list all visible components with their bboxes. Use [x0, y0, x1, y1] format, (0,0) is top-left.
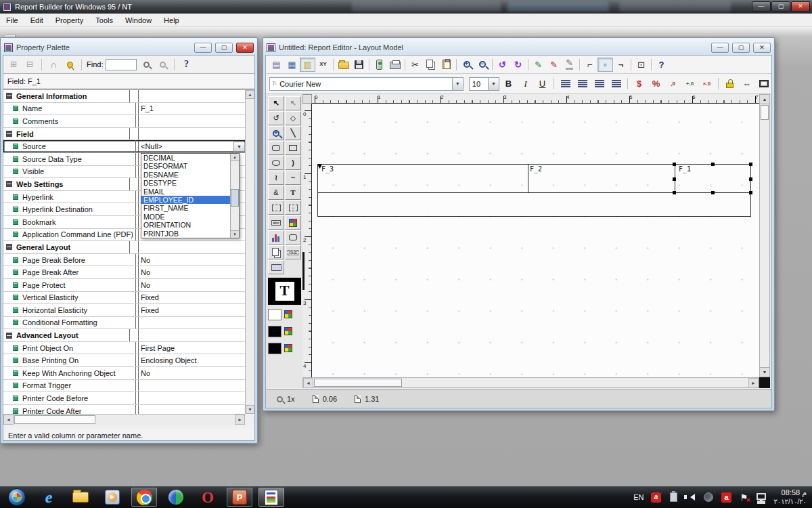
insert-date-time-button[interactable]: ↺ — [495, 58, 510, 72]
fill-color-swatch[interactable] — [268, 307, 301, 322]
section-row-field[interactable]: Field — [3, 128, 245, 141]
report-editor-titlebar[interactable]: Untitled: Report Editor - Layout Model —… — [265, 40, 772, 55]
scroll-down-arrow[interactable]: ▼ — [246, 405, 254, 414]
link-file-tool-button[interactable] — [268, 245, 284, 259]
repeating-frame-tool-button[interactable]: ↓ — [285, 200, 301, 215]
field-tool-button[interactable]: abc — [268, 215, 284, 230]
text-tool-button[interactable]: T — [285, 186, 301, 200]
menu-edit[interactable]: Edit — [24, 14, 49, 26]
fill-color-button[interactable]: ✎ — [546, 58, 562, 72]
taskbar-item-sphere-app[interactable] — [163, 488, 189, 507]
tray-clipboard[interactable] — [668, 492, 679, 503]
scrollbar-thumb[interactable] — [14, 415, 95, 424]
data-model-view-button[interactable]: ▦ — [284, 58, 300, 72]
selection-handle[interactable] — [749, 177, 752, 181]
find-forward-button[interactable] — [139, 58, 153, 71]
resize-grip[interactable] — [759, 377, 770, 388]
pp-close-button[interactable]: ✕ — [236, 43, 254, 53]
image-tool-button[interactable] — [285, 215, 301, 230]
remove-decimal-button[interactable]: ×.0 — [699, 77, 715, 91]
scrollbar-thumb[interactable] — [761, 105, 769, 120]
align-left-button[interactable] — [558, 77, 573, 91]
scroll-right-arrow[interactable]: ► — [235, 415, 245, 425]
font-size-select[interactable]: 10 ▼ — [469, 77, 499, 91]
collapse-all-button[interactable]: ⊟ — [23, 58, 37, 71]
dropdown-item-desname[interactable]: DESNAME — [141, 171, 230, 179]
ole2-tool-button[interactable]: OLE — [285, 245, 301, 259]
property-row-page-break-before[interactable]: Page Break BeforeNo — [3, 254, 245, 267]
tray-network[interactable] — [756, 492, 767, 503]
help-button[interactable]: ? — [654, 58, 669, 72]
selection-handle[interactable] — [673, 163, 676, 166]
chart-tool-button[interactable] — [268, 230, 284, 245]
field-label-f-2[interactable]: F_2 — [530, 165, 542, 173]
open-button[interactable] — [336, 58, 351, 72]
copy-button[interactable] — [423, 58, 438, 72]
insert-page-number-button[interactable]: ↻ — [510, 58, 526, 72]
dropdown-item-mode[interactable]: MODE — [141, 213, 230, 221]
dropdown-item-printjob[interactable]: PRINTJOB — [141, 230, 230, 238]
scroll-down-arrow[interactable]: ▼ — [760, 367, 769, 377]
property-row-page-protect[interactable]: Page ProtectNo — [3, 279, 245, 292]
add-decimal-button[interactable]: +.0 — [682, 77, 698, 91]
section-row-advanced-layout[interactable]: Advanced Layout — [3, 329, 245, 342]
paste-button[interactable] — [438, 58, 454, 72]
select-tool-button[interactable]: ↖ — [268, 96, 284, 110]
bold-button[interactable]: B — [501, 77, 516, 91]
selection-handle[interactable] — [711, 191, 715, 194]
menu-help[interactable]: Help — [158, 14, 185, 26]
tray-avira[interactable]: a — [721, 492, 731, 503]
taskbar-item-windows-explorer[interactable] — [68, 488, 93, 507]
report-wizard-button[interactable]: ▤ — [269, 58, 284, 72]
taskbar-item-internet-explorer[interactable]: e — [36, 488, 62, 507]
property-row-source[interactable]: Source<Null>▼ — [3, 140, 245, 153]
scroll-left-arrow[interactable]: ◄ — [303, 378, 313, 388]
border-button[interactable] — [756, 77, 771, 91]
header-section-button[interactable]: ⌐ — [582, 58, 597, 72]
scroll-right-arrow[interactable]: ► — [748, 378, 759, 388]
ed-close-button[interactable]: ✕ — [753, 43, 771, 53]
taskbar-item-opera[interactable]: O — [195, 488, 221, 507]
canvas-vertical-scrollbar[interactable]: ▲ ▼ — [759, 94, 770, 377]
scrollbar-thumb[interactable] — [314, 379, 402, 387]
menu-tools[interactable]: Tools — [89, 14, 119, 26]
minimize-button[interactable]: — — [752, 1, 771, 12]
dropdown-item-destype[interactable]: DESTYPE — [141, 179, 230, 187]
ed-maximize-button[interactable]: ▢ — [732, 43, 750, 53]
pp-minimize-button[interactable]: — — [194, 43, 212, 53]
selection-handle[interactable] — [749, 191, 752, 194]
property-row-name[interactable]: NameF_1 — [3, 103, 245, 116]
taskbar-item-media-player[interactable]: ▶ — [99, 488, 125, 507]
property-row-printer-code-after[interactable]: Printer Code After — [3, 405, 245, 414]
dropdown-item-orientation[interactable]: ORIENTATION — [141, 221, 230, 229]
percent-button[interactable]: % — [648, 77, 664, 91]
currency-button[interactable]: $ — [631, 77, 647, 91]
language-indicator[interactable]: EN — [633, 493, 644, 501]
lock-button[interactable] — [722, 77, 738, 91]
margin-view-button[interactable]: ⊡ — [633, 58, 649, 72]
dropdown-scrollbar[interactable]: ▲ ▼ — [230, 154, 239, 238]
property-row-horizontal-elasticity[interactable]: Horizontal ElasticityFixed — [3, 304, 245, 317]
report-block-tool-button[interactable] — [268, 260, 284, 274]
trailer-section-button[interactable]: ¬ — [613, 58, 629, 72]
rect-tool-button[interactable] — [285, 141, 301, 155]
zoom-in-button[interactable] — [459, 58, 474, 72]
taskbar-item-report-builder[interactable] — [258, 488, 284, 507]
property-row-printer-code-before[interactable]: Printer Code Before — [3, 392, 245, 405]
expand-all-button[interactable]: ⊞ — [7, 58, 20, 71]
scroll-up-arrow[interactable]: ▲ — [246, 90, 254, 99]
dropdown-item-first-name[interactable]: FIRST_NAME — [141, 204, 230, 212]
arc-tool-button[interactable]: ) — [285, 156, 301, 170]
selected-field-F_1[interactable] — [674, 164, 751, 193]
find-input[interactable] — [106, 59, 137, 70]
align-right-button[interactable] — [591, 77, 607, 91]
property-row-print-object-on[interactable]: Print Object OnFirst Page — [3, 342, 245, 355]
field-label-f-3[interactable]: F_3 — [321, 165, 334, 173]
pp-vertical-scrollbar[interactable]: ▲ ▼ — [245, 90, 254, 414]
taskbar-item-powerpoint[interactable]: P — [227, 488, 252, 507]
reshape-tool-button[interactable]: ◇ — [285, 111, 301, 125]
tray-adobe-reader[interactable]: a — [650, 492, 661, 503]
menu-file[interactable]: File — [0, 14, 24, 26]
cut-button[interactable]: ✂ — [407, 58, 423, 72]
selection-handle[interactable] — [673, 191, 676, 194]
